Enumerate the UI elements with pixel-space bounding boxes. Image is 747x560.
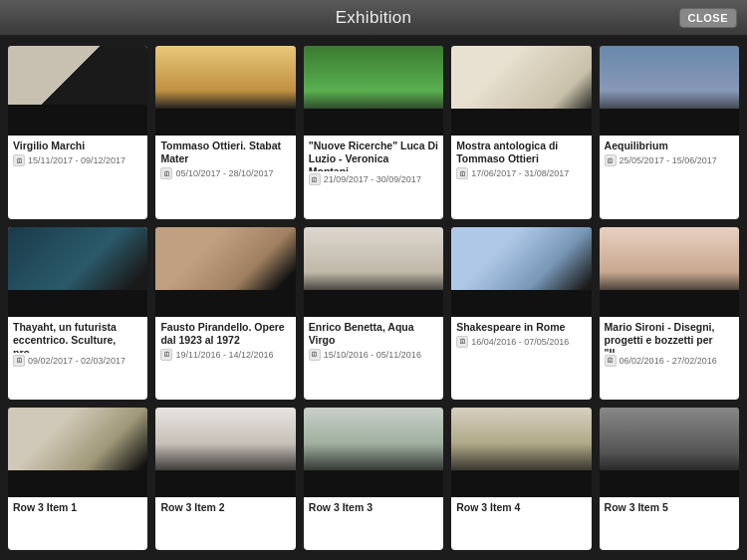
thumb-bar xyxy=(600,109,739,136)
card-info: Thayaht, un futurista eccentrico. Scultu… xyxy=(8,317,147,370)
card-item-8[interactable]: Enrico Benetta, Aqua Virgo 🗓 15/10/2016 … xyxy=(304,227,443,401)
thumb-bar xyxy=(8,470,147,497)
card-info: Enrico Benetta, Aqua Virgo 🗓 15/10/2016 … xyxy=(304,317,443,364)
card-info: Row 3 Item 3 xyxy=(304,497,443,519)
thumb-bar xyxy=(451,109,591,136)
thumb-image xyxy=(451,46,591,136)
card-info: Row 3 Item 4 xyxy=(451,497,591,519)
card-thumbnail xyxy=(304,227,443,317)
card-info: Shakespeare in Rome 🗓 16/04/2016 - 07/05… xyxy=(451,317,591,351)
card-info: "Nuove Ricerche" Luca Di Luzio - Veronic… xyxy=(304,136,443,188)
card-date: 17/06/2017 - 31/08/2017 xyxy=(471,168,569,178)
card-title: Enrico Benetta, Aqua Virgo xyxy=(309,321,438,347)
card-date: 05/10/2017 - 28/10/2017 xyxy=(175,168,273,178)
card-info: Tommaso Ottieri. Stabat Mater 🗓 05/10/20… xyxy=(155,136,295,182)
calendar-icon: 🗓 xyxy=(456,336,468,348)
card-thumbnail xyxy=(600,227,739,317)
card-title: Aequilibrium xyxy=(605,140,734,152)
card-thumbnail xyxy=(600,46,739,136)
thumb-image xyxy=(8,408,147,497)
close-button[interactable]: CLOSE xyxy=(679,8,737,28)
thumb-bar xyxy=(304,109,443,136)
thumb-image xyxy=(451,227,591,317)
thumb-bar xyxy=(155,470,295,497)
card-info: Aequilibrium 🗓 25/05/2017 - 15/06/2017 xyxy=(600,136,739,169)
card-thumbnail xyxy=(304,46,443,136)
thumb-bar xyxy=(304,290,443,317)
calendar-icon: 🗓 xyxy=(309,349,321,361)
thumb-bar xyxy=(600,290,739,317)
thumb-image xyxy=(304,227,443,317)
thumb-bar xyxy=(600,470,739,497)
card-date: 15/10/2016 - 05/11/2016 xyxy=(324,350,421,360)
card-item-2[interactable]: Tommaso Ottieri. Stabat Mater 🗓 05/10/20… xyxy=(155,46,295,219)
calendar-icon: 🗓 xyxy=(605,154,617,166)
card-title: Thayaht, un futurista eccentrico. Scultu… xyxy=(13,321,142,353)
card-item-10[interactable]: Mario Sironi - Disegni, progetti e bozze… xyxy=(600,227,739,401)
card-item-6[interactable]: Thayaht, un futurista eccentrico. Scultu… xyxy=(8,227,147,401)
thumb-image xyxy=(155,46,295,136)
card-date: 15/11/2017 - 09/12/2017 xyxy=(28,155,125,165)
card-item-3[interactable]: "Nuove Ricerche" Luca Di Luzio - Veronic… xyxy=(304,46,443,219)
card-title: Mario Sironi - Disegni, progetti e bozze… xyxy=(605,321,734,353)
thumb-image xyxy=(8,227,147,317)
card-title: Fausto Pirandello. Opere dal 1923 al 197… xyxy=(160,321,290,347)
page-title: Exhibition xyxy=(336,8,412,28)
card-item-15[interactable]: Row 3 Item 5 xyxy=(600,408,739,550)
calendar-icon: 🗓 xyxy=(605,355,617,367)
thumb-image xyxy=(155,227,295,317)
calendar-icon: 🗓 xyxy=(309,173,321,185)
card-title: "Nuove Ricerche" Luca Di Luzio - Veronic… xyxy=(309,140,438,171)
card-item-5[interactable]: Aequilibrium 🗓 25/05/2017 - 15/06/2017 xyxy=(600,46,739,219)
card-title: Row 3 Item 5 xyxy=(605,501,734,514)
card-item-14[interactable]: Row 3 Item 4 xyxy=(451,408,591,550)
card-thumbnail xyxy=(155,408,295,497)
card-item-4[interactable]: Mostra antologica di Tommaso Ottieri 🗓 1… xyxy=(451,46,591,219)
card-item-7[interactable]: Fausto Pirandello. Opere dal 1923 al 197… xyxy=(155,227,295,401)
date-row: 🗓 05/10/2017 - 28/10/2017 xyxy=(160,167,290,179)
card-date: 25/05/2017 - 15/06/2017 xyxy=(620,155,717,165)
calendar-icon: 🗓 xyxy=(160,349,172,361)
card-thumbnail xyxy=(451,227,591,317)
thumb-image xyxy=(600,408,739,497)
card-thumbnail xyxy=(8,46,147,136)
thumb-bar xyxy=(8,290,147,317)
thumb-image xyxy=(600,46,739,136)
card-title: Tommaso Ottieri. Stabat Mater xyxy=(160,140,290,165)
thumb-image xyxy=(8,46,147,136)
card-thumbnail xyxy=(451,408,591,497)
card-date: 16/04/2016 - 07/05/2016 xyxy=(471,337,569,347)
card-item-11[interactable]: Row 3 Item 1 xyxy=(8,408,147,550)
title-bar: Exhibition CLOSE xyxy=(0,0,747,36)
card-info: Virgilio Marchi 🗓 15/11/2017 - 09/12/201… xyxy=(8,136,147,169)
card-item-9[interactable]: Shakespeare in Rome 🗓 16/04/2016 - 07/05… xyxy=(451,227,591,401)
card-item-1[interactable]: Virgilio Marchi 🗓 15/11/2017 - 09/12/201… xyxy=(8,46,147,219)
date-row: 🗓 19/11/2016 - 14/12/2016 xyxy=(160,349,290,361)
card-item-12[interactable]: Row 3 Item 2 xyxy=(155,408,295,550)
card-info: Row 3 Item 5 xyxy=(600,497,739,519)
thumb-bar xyxy=(8,109,147,136)
card-date: 19/11/2016 - 14/12/2016 xyxy=(175,350,273,360)
card-date: 09/02/2017 - 02/03/2017 xyxy=(28,356,125,366)
card-title: Row 3 Item 1 xyxy=(13,501,142,514)
card-item-13[interactable]: Row 3 Item 3 xyxy=(304,408,443,550)
card-title: Row 3 Item 4 xyxy=(456,501,586,514)
card-info: Mario Sironi - Disegni, progetti e bozze… xyxy=(600,317,739,370)
thumb-image xyxy=(451,408,591,497)
thumb-image xyxy=(600,227,739,317)
thumb-image xyxy=(304,408,443,497)
calendar-icon: 🗓 xyxy=(456,167,468,179)
calendar-icon: 🗓 xyxy=(13,154,25,166)
card-thumbnail xyxy=(304,408,443,497)
date-row: 🗓 15/11/2017 - 09/12/2017 xyxy=(13,154,142,166)
thumb-bar xyxy=(451,290,591,317)
card-thumbnail xyxy=(8,408,147,497)
date-row: 🗓 15/10/2016 - 05/11/2016 xyxy=(309,349,438,361)
card-info: Row 3 Item 2 xyxy=(155,497,295,519)
card-info: Mostra antologica di Tommaso Ottieri 🗓 1… xyxy=(451,136,591,182)
thumb-bar xyxy=(451,470,591,497)
card-date: 21/09/2017 - 30/09/2017 xyxy=(324,174,421,184)
calendar-icon: 🗓 xyxy=(13,355,25,367)
date-row: 🗓 17/06/2017 - 31/08/2017 xyxy=(456,167,586,179)
exhibition-grid: Virgilio Marchi 🗓 15/11/2017 - 09/12/201… xyxy=(0,36,747,560)
